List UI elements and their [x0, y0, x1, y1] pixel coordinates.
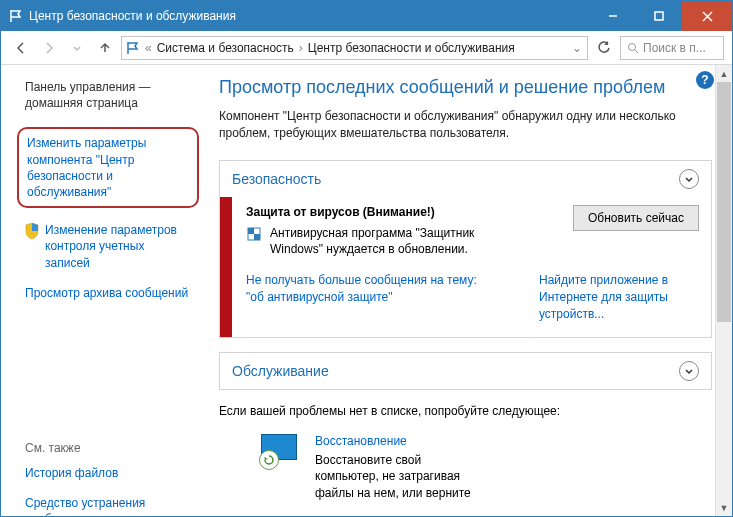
- compatibility-troubleshoot-link[interactable]: Средство устранения проблем с совместимо…: [25, 495, 191, 517]
- chevron-right-icon: ›: [299, 41, 303, 55]
- scroll-up-button[interactable]: ▲: [716, 65, 732, 82]
- see-also-label: См. также: [25, 441, 191, 455]
- recovery-description: Восстановите свой компьютер, не затрагив…: [315, 452, 475, 502]
- refresh-button[interactable]: [592, 36, 616, 60]
- maintenance-title: Обслуживание: [232, 363, 329, 379]
- up-button[interactable]: [93, 36, 117, 60]
- help-button[interactable]: ?: [696, 71, 714, 89]
- maintenance-section: Обслуживание: [219, 352, 712, 390]
- search-icon: [627, 42, 639, 54]
- svg-line-5: [635, 50, 638, 53]
- svg-point-4: [629, 43, 636, 50]
- recovery-icon: [259, 434, 299, 470]
- control-panel-home-link[interactable]: Панель управления — домашняя страница: [25, 79, 191, 111]
- search-input[interactable]: Поиск в п...: [620, 36, 724, 60]
- recovery-link[interactable]: Восстановление: [315, 434, 475, 448]
- maximize-button[interactable]: [636, 1, 682, 31]
- recent-dropdown[interactable]: [65, 36, 89, 60]
- alert-severity-bar: [220, 197, 232, 337]
- chevron-down-icon[interactable]: [679, 361, 699, 381]
- breadcrumb-separator: «: [145, 41, 152, 55]
- svg-rect-8: [254, 234, 260, 240]
- maintenance-header[interactable]: Обслуживание: [220, 353, 711, 389]
- breadcrumb-item[interactable]: Система и безопасность: [157, 41, 294, 55]
- change-settings-link[interactable]: Изменить параметры компонента "Центр без…: [27, 135, 189, 200]
- svg-rect-1: [655, 12, 663, 20]
- flag-icon: [9, 9, 23, 23]
- page-title: Просмотр последних сообщений и решение п…: [219, 77, 726, 98]
- file-history-link[interactable]: История файлов: [25, 465, 191, 481]
- window-title: Центр безопасности и обслуживания: [29, 9, 590, 23]
- scroll-down-button[interactable]: ▼: [716, 499, 732, 516]
- turn-off-messages-link[interactable]: Не получать больше сообщения на тему: "о…: [246, 272, 496, 322]
- flag-icon: [126, 41, 140, 55]
- breadcrumb-item[interactable]: Центр безопасности и обслуживания: [308, 41, 515, 55]
- alert-description: Антивирусная программа "Защитник Windows…: [270, 225, 506, 259]
- close-button[interactable]: [682, 1, 732, 31]
- intro-text: Компонент "Центр безопасности и обслужив…: [219, 108, 726, 142]
- security-title: Безопасность: [232, 171, 321, 187]
- back-button[interactable]: [9, 36, 33, 60]
- svg-rect-7: [248, 228, 254, 234]
- uac-settings-link[interactable]: Изменение параметров контроля учетных за…: [45, 222, 191, 271]
- forward-button[interactable]: [37, 36, 61, 60]
- shield-icon: [25, 223, 39, 285]
- scrollbar-thumb[interactable]: [717, 82, 731, 322]
- minimize-button[interactable]: [590, 1, 636, 31]
- defender-shield-icon: [246, 226, 262, 242]
- find-app-link[interactable]: Найдите приложение в Интернете для защит…: [539, 272, 699, 322]
- search-placeholder: Поиск в п...: [643, 41, 706, 55]
- chevron-down-icon[interactable]: ⌄: [572, 41, 582, 55]
- suggestion-text: Если вашей проблемы нет в списке, попроб…: [219, 404, 726, 418]
- alert-title: Защита от вирусов (Внимание!): [246, 205, 506, 219]
- message-archive-link[interactable]: Просмотр архива сообщений: [25, 285, 191, 301]
- security-section: Безопасность Защита от вирусов (Внимание…: [219, 160, 712, 338]
- update-now-button[interactable]: Обновить сейчас: [573, 205, 699, 231]
- chevron-down-icon[interactable]: [679, 169, 699, 189]
- vertical-scrollbar[interactable]: ▲ ▼: [715, 65, 732, 516]
- security-header[interactable]: Безопасность: [220, 161, 711, 197]
- address-bar[interactable]: « Система и безопасность › Центр безопас…: [121, 36, 588, 60]
